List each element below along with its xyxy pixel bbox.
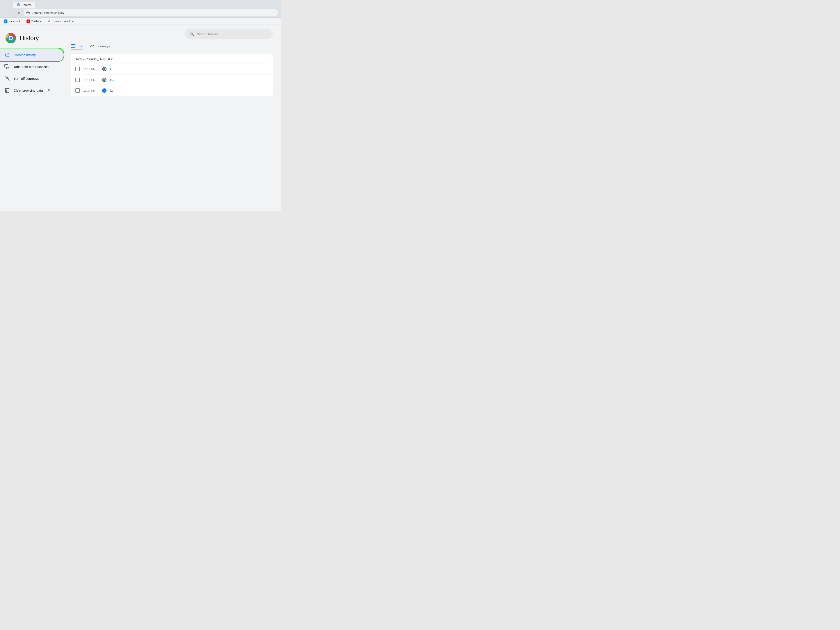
sidebar-item-tabs-other-devices[interactable]: Tabs from other devices bbox=[0, 61, 63, 73]
svg-rect-25 bbox=[71, 46, 76, 46]
history-time-1: 11:16 PM bbox=[83, 68, 99, 71]
history-date-header: Today - Sunday, August 2 bbox=[71, 54, 273, 63]
tabs-row: List Journeys bbox=[71, 44, 273, 50]
gmail-favicon: G bbox=[48, 19, 51, 23]
history-favicon-1 bbox=[102, 67, 107, 71]
clock-icon bbox=[5, 52, 10, 58]
address-box[interactable]: Chrome | chrome://history bbox=[24, 9, 278, 16]
search-placeholder: Search history bbox=[197, 32, 218, 36]
page-content: History Chrome history Tab bbox=[0, 25, 281, 211]
tab-list[interactable]: List bbox=[71, 44, 83, 50]
page-title: History bbox=[20, 35, 39, 42]
facebook-favicon: f bbox=[4, 19, 8, 23]
sidebar: History Chrome history Tab bbox=[0, 25, 66, 211]
chrome-history-label: Chrome history bbox=[14, 53, 36, 57]
chrome-logo bbox=[5, 33, 16, 44]
history-time-3: 11:14 PM bbox=[83, 89, 99, 92]
tab-list-label: List bbox=[77, 44, 83, 48]
journeys-icon bbox=[90, 44, 95, 48]
history-row: 11:16 PM E... bbox=[71, 64, 273, 74]
forward-button[interactable]: → bbox=[9, 9, 15, 16]
bookmark-facebook[interactable]: f Facebook bbox=[3, 19, 22, 24]
chrome-tab-favicon bbox=[17, 3, 20, 6]
svg-point-14 bbox=[9, 37, 12, 39]
tab-journeys[interactable]: Journeys bbox=[90, 44, 110, 50]
history-row: 11:16 PM E... bbox=[71, 74, 273, 85]
history-title-1[interactable]: E... bbox=[110, 67, 115, 71]
bookmark-gmail-label: Gmail - Email from... bbox=[53, 20, 76, 23]
search-bar[interactable]: 🔍 Search history bbox=[185, 29, 273, 39]
history-section: Today - Sunday, August 2 11:16 PM E... bbox=[71, 54, 273, 96]
svg-rect-24 bbox=[71, 44, 76, 45]
nav-buttons: ← → ↻ bbox=[2, 9, 22, 16]
bookmark-youtube-label: YouTube bbox=[32, 20, 42, 23]
svg-point-2 bbox=[18, 5, 19, 5]
external-link-icon: ⧉ bbox=[48, 88, 50, 92]
browser-chrome: Chrome ← → ↻ Chrome | chrome://history bbox=[0, 0, 281, 18]
sidebar-item-clear-browsing-data[interactable]: Clear browsing data ⧉ bbox=[0, 84, 63, 96]
history-row: 11:14 PM f (1... bbox=[71, 85, 273, 96]
scrollbar-area bbox=[278, 25, 281, 211]
bookmark-facebook-label: Facebook bbox=[9, 20, 21, 23]
sidebar-item-turn-off-journeys[interactable]: Turn off Journeys bbox=[0, 73, 63, 84]
history-favicon-2 bbox=[102, 77, 107, 82]
svg-rect-21 bbox=[5, 88, 9, 93]
svg-rect-16 bbox=[5, 65, 8, 67]
main-content: 🔍 Search history List Journeys bbox=[66, 25, 278, 211]
bookmark-youtube[interactable]: YouTube bbox=[25, 19, 43, 24]
history-time-2: 11:16 PM bbox=[83, 78, 99, 82]
address-text: Chrome | chrome://history bbox=[32, 11, 64, 14]
svg-point-4 bbox=[27, 12, 29, 13]
sidebar-header: History bbox=[0, 29, 66, 49]
sidebar-item-chrome-history[interactable]: Chrome history bbox=[0, 49, 63, 61]
reload-button[interactable]: ↻ bbox=[16, 9, 22, 16]
clear-browsing-data-label: Clear browsing data bbox=[14, 88, 43, 92]
security-icon bbox=[26, 11, 30, 14]
history-title-3[interactable]: (1... bbox=[110, 89, 115, 92]
svg-rect-26 bbox=[71, 47, 76, 47]
tab-journeys-label: Journeys bbox=[97, 44, 110, 48]
back-button[interactable]: ← bbox=[2, 9, 8, 16]
svg-text:f: f bbox=[5, 20, 6, 23]
turn-off-journeys-label: Turn off Journeys bbox=[14, 77, 39, 81]
history-checkbox-1[interactable] bbox=[76, 67, 80, 71]
bookmark-gmail[interactable]: G Gmail - Email from... bbox=[46, 19, 78, 24]
list-icon bbox=[71, 44, 76, 48]
journeys-off-icon bbox=[5, 76, 10, 81]
devices-icon bbox=[5, 64, 10, 69]
search-icon: 🔍 bbox=[189, 32, 194, 36]
bookmarks-bar: f Facebook YouTube G Gmail - Email from.… bbox=[0, 18, 281, 25]
search-bar-container: 🔍 Search history bbox=[71, 29, 273, 39]
svg-rect-17 bbox=[6, 67, 9, 69]
trash-icon bbox=[5, 87, 10, 93]
youtube-favicon bbox=[27, 19, 30, 23]
tabs-other-devices-label: Tabs from other devices bbox=[14, 65, 49, 69]
tab-label: Chrome bbox=[22, 3, 32, 6]
address-bar-row: ← → ↻ Chrome | chrome://history bbox=[0, 8, 281, 17]
history-checkbox-3[interactable] bbox=[76, 88, 80, 93]
history-favicon-3: f bbox=[102, 88, 107, 93]
tab-bar: Chrome bbox=[0, 0, 281, 8]
active-tab[interactable]: Chrome bbox=[13, 2, 35, 8]
svg-text:G: G bbox=[48, 20, 50, 23]
history-checkbox-2[interactable] bbox=[76, 77, 80, 82]
history-title-2[interactable]: E... bbox=[110, 78, 115, 82]
